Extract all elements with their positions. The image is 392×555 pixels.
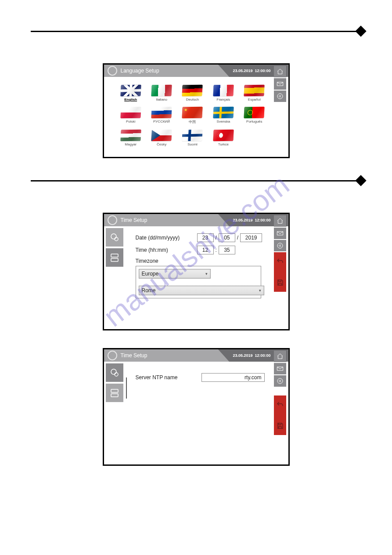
home-icon [277, 353, 284, 360]
language-setup-panel: 23.05.2019 12:00:00 Language Setup [103, 63, 290, 158]
flag-fi-icon [182, 130, 203, 141]
time-hour-input[interactable]: 12 [197, 246, 214, 254]
flag-es-icon [244, 85, 265, 97]
time-label: Time (hh:mm) [136, 247, 197, 253]
flag-ru-icon [151, 107, 172, 119]
home-button[interactable] [274, 351, 286, 362]
home-icon [277, 68, 284, 75]
language-label: Turkce [218, 142, 229, 146]
flag-pt-icon [244, 107, 265, 119]
language-option-pl[interactable]: Polski [117, 107, 144, 124]
chevron-down-icon: ▾ [205, 272, 208, 276]
timezone-box: Europe▾ Rome▾ [136, 266, 261, 298]
time-setup-panel: 23.05.2019 12:00:00 Time Setup [103, 213, 290, 330]
language-option-cz[interactable]: Česky [148, 130, 175, 146]
share-button[interactable] [274, 228, 286, 239]
double-chevron-left-icon [277, 93, 284, 100]
share-button[interactable] [274, 363, 286, 374]
time-minute-input[interactable]: 35 [219, 246, 235, 254]
speech-bubble-icon [108, 66, 117, 76]
timezone-label: Timezone [136, 258, 271, 264]
language-option-uk[interactable]: English [117, 85, 144, 102]
titlebar: 23.05.2019 12:00:00 Time Setup [104, 214, 288, 226]
chevron-down-icon: ▾ [259, 288, 261, 293]
language-option-pt[interactable]: Português [241, 107, 268, 124]
panel-title: Time Setup [121, 217, 147, 223]
language-label: Polski [126, 120, 135, 123]
titlebar-time: 12:00:00 [255, 218, 270, 222]
language-option-cn[interactable]: 中国 [179, 107, 206, 124]
panel-title: Language Setup [121, 68, 159, 74]
date-year-input[interactable]: 2019 [240, 233, 262, 242]
titlebar-time: 12:00:00 [255, 69, 270, 73]
language-option-hu[interactable]: Magyar [117, 130, 144, 146]
section-divider [31, 176, 361, 186]
language-label: English [124, 98, 137, 102]
titlebar-date: 23.05.2019 [233, 353, 252, 358]
titlebar-time: 12:00:00 [255, 353, 270, 358]
flag-hu-icon [120, 130, 141, 141]
flag-it-icon [151, 85, 172, 97]
titlebar: 23.05.2019 12:00:00 Time Setup [104, 349, 288, 362]
language-label: РУССКИЙ [153, 120, 170, 123]
language-option-se[interactable]: Svenska [210, 107, 237, 124]
language-option-it[interactable]: Italiano [148, 85, 175, 102]
language-label: Deutsch [186, 98, 199, 102]
back-nav-button[interactable] [274, 91, 286, 102]
double-chevron-left-icon [277, 377, 284, 385]
double-chevron-left-icon [277, 242, 284, 249]
language-label: Česky [157, 142, 166, 146]
ntp-setup-panel: 23.05.2019 12:00:00 Time Setup [103, 348, 290, 466]
panel-title: Time Setup [121, 352, 147, 359]
flag-cz-icon [151, 130, 172, 141]
titlebar-date: 23.05.2019 [233, 69, 252, 73]
calendar-icon [108, 215, 117, 225]
undo-icon[interactable] [276, 258, 284, 265]
language-label: 中国 [189, 120, 196, 124]
flag-de-icon [182, 85, 203, 97]
flag-se-icon [213, 107, 234, 119]
language-label: Suomi [187, 142, 198, 146]
flag-tr-icon [213, 130, 234, 141]
timezone-city-select[interactable]: Rome▾ [139, 286, 264, 295]
language-option-de[interactable]: Deutsch [179, 85, 206, 102]
timezone-region-select[interactable]: Europe▾ [139, 269, 211, 279]
action-bar [274, 395, 286, 435]
home-button[interactable] [274, 215, 286, 227]
flag-uk-icon [120, 85, 141, 97]
section-divider [31, 26, 361, 37]
language-option-tr[interactable]: Turkce [210, 130, 237, 146]
language-option-fi[interactable]: Suomi [179, 130, 206, 146]
date-day-input[interactable]: 23 [197, 233, 214, 242]
action-bar [274, 252, 286, 292]
ntp-label: Server NTP name [136, 374, 201, 381]
home-button[interactable] [274, 66, 286, 77]
calendar-icon [108, 351, 117, 360]
share-button[interactable] [274, 78, 286, 90]
back-nav-button[interactable] [274, 240, 286, 251]
language-option-ru[interactable]: РУССКИЙ [148, 107, 175, 124]
language-label: Magyar [125, 142, 137, 146]
envelope-icon [277, 365, 284, 372]
language-option-fr[interactable]: Français [210, 85, 237, 102]
language-label: Español [248, 98, 261, 102]
home-icon [277, 218, 284, 225]
date-label: Date (dd/mm/yyyy) [136, 235, 197, 241]
language-label: Svenska [217, 120, 230, 123]
titlebar: 23.05.2019 12:00:00 Language Setup [104, 65, 288, 77]
flag-pl-icon [120, 107, 141, 119]
language-label: Français [217, 98, 230, 102]
back-nav-button[interactable] [274, 375, 286, 387]
save-icon[interactable] [276, 422, 284, 430]
flag-fr-icon [213, 85, 234, 97]
undo-icon[interactable] [276, 401, 284, 409]
flag-cn-icon [182, 107, 203, 119]
date-month-input[interactable]: 05 [219, 233, 235, 242]
save-icon[interactable] [276, 279, 284, 287]
language-label: Português [246, 120, 262, 123]
language-option-es[interactable]: Español [241, 85, 268, 102]
envelope-icon [277, 80, 284, 87]
titlebar-date: 23.05.2019 [233, 218, 252, 222]
envelope-icon [277, 230, 284, 237]
ntp-server-input[interactable]: rty.com [201, 373, 265, 382]
